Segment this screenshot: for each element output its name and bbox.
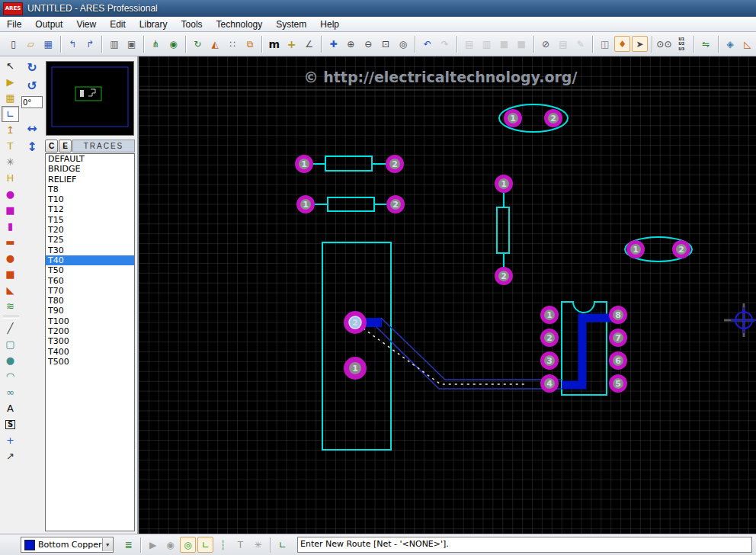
trace-style-bridge[interactable]: BRIDGE [46,164,134,174]
block-delete-button[interactable]: ■ [514,36,530,52]
ratsnest-filter-button[interactable]: ✳ [250,537,266,553]
pad-7[interactable]: 7 [609,329,627,347]
menu-file[interactable]: File [0,18,28,31]
ratsnest-tool-button[interactable]: ✳ [2,154,19,170]
auto-router-button[interactable]: ⇋ [698,36,714,52]
symbol-2d-tool-button[interactable]: S [2,416,19,432]
false-origin-button[interactable]: + [284,36,300,52]
layer-colours-button[interactable]: ⧉ [242,36,258,52]
print-button[interactable]: ▥ [106,36,122,52]
trace-style-t25[interactable]: T25 [46,235,134,245]
new-file-button[interactable]: ▯ [5,36,21,52]
export-layout-button[interactable]: ↱ [82,36,98,52]
pad-1[interactable]: 1 [296,195,315,213]
trace-style-t90[interactable]: T90 [46,306,134,316]
trace-style-t200[interactable]: T200 [46,326,134,336]
component-tool-button[interactable]: ▶ [2,74,19,90]
square-pad-tool-button[interactable]: ■ [2,202,19,218]
trace-style-t30[interactable]: T30 [46,245,134,255]
trace-style-t500[interactable]: T500 [46,357,134,367]
pad-8[interactable]: 8 [609,306,627,324]
route-tool-button[interactable]: ∟ [2,106,19,122]
library-maintenance-button[interactable]: ✎ [572,36,588,52]
menu-output[interactable]: Output [28,18,69,31]
metric-toggle-button[interactable]: m [266,36,282,52]
open-file-button[interactable]: ▱ [23,36,39,52]
mark-output-area-button[interactable]: ▣ [123,36,139,52]
menu-help[interactable]: Help [313,18,346,31]
flip-horizontal-button[interactable]: ↔ [23,120,41,137]
via-tool-button[interactable]: ↥ [2,122,19,138]
x-cursor-button[interactable]: ∠ [301,36,317,52]
pad-1[interactable]: 1 [504,109,522,127]
pad-6[interactable]: 6 [609,351,627,370]
trace-style-t12[interactable]: T12 [46,204,134,214]
auto-refresh-button[interactable]: ↻ [190,36,206,52]
trace-style-list[interactable]: DEFAULTBRIDGERELIEFT8T10T12T15T20T25T30T… [45,153,135,531]
zoom-region-button[interactable]: ⊡ [378,36,394,52]
trace-style-t70[interactable]: T70 [46,286,134,296]
pad-2[interactable]: 2 [672,240,690,258]
pad-2[interactable]: 2 [344,311,367,334]
trace-style-default[interactable]: DEFAULT [46,154,134,164]
menu-system[interactable]: System [269,18,313,31]
rotate-ccw-button[interactable]: ↺ [23,78,41,95]
box-2d-tool-button[interactable]: ▢ [2,336,19,352]
edge-pad-tool-button[interactable]: ▬ [2,234,19,250]
text-2d-tool-button[interactable]: A [2,400,19,416]
undo-button[interactable]: ↶ [419,36,435,52]
world-view-button[interactable]: ◉ [165,36,181,52]
trace-style-t60[interactable]: T60 [46,276,134,286]
grid-toggle-button[interactable]: ∷ [225,36,241,52]
design-rule-check-button[interactable]: ◭ [207,36,223,52]
block-rotate-button[interactable]: ■ [496,36,512,52]
redo-button[interactable]: ↷ [437,36,453,52]
menu-tools[interactable]: Tools [175,18,210,31]
trace-style-relief[interactable]: RELIEF [46,175,134,184]
pan-button[interactable]: ✚ [325,36,341,52]
package-tool-button[interactable]: ▦ [2,90,19,106]
import-layout-button[interactable]: ↰ [65,36,81,52]
circle-2d-tool-button[interactable]: ● [2,352,19,368]
pad-4[interactable]: 4 [540,374,559,393]
pad-1[interactable]: 1 [344,357,367,380]
selection-filter-button[interactable]: ➤ [632,36,648,52]
via-filter-button[interactable]: ┆ [215,537,231,553]
trace-style-t400[interactable]: T400 [46,347,134,357]
zoom-in-button[interactable]: ⊕ [343,36,359,52]
design-overview[interactable] [46,61,134,136]
dimension-tool-button[interactable]: ↗ [2,448,19,464]
save-file-button[interactable]: ▦ [40,36,56,52]
layer-selector[interactable]: Bottom Copper ▼ [21,537,114,553]
pad-2[interactable]: 2 [386,155,404,173]
trace-style-t8[interactable]: T8 [46,184,134,194]
connectivity-tool-button[interactable]: H [2,170,19,186]
pad-5[interactable]: 5 [609,374,627,393]
block-copy-button[interactable]: ▤ [461,36,477,52]
trace-style-t100[interactable]: T100 [46,316,134,326]
pcb-canvas[interactable]: © http://electricaltechnology.org/121212… [139,56,756,534]
auto-trace-style-button[interactable]: ◫ [597,36,613,52]
search-and-tag-button[interactable]: ⊙⊙ [656,36,672,52]
zoom-out-button[interactable]: ⊖ [360,36,376,52]
edit-button[interactable]: E [59,140,72,152]
polygon-pad-tool-button[interactable]: ◣ [2,282,19,298]
pad-2[interactable]: 2 [386,195,405,213]
pad-2[interactable]: 2 [544,109,562,127]
menu-technology[interactable]: Technology [210,18,270,31]
measure-tool-button[interactable]: ◺ [740,36,756,52]
pad-1[interactable]: 1 [540,306,559,324]
trace-style-t80[interactable]: T80 [46,296,134,306]
layer-dropdown-button[interactable]: ▼ [102,538,113,551]
rotate-cw-button[interactable]: ↻ [23,59,41,76]
netlist-view-button[interactable]: ⋔ [148,36,164,52]
trace-style-t10[interactable]: T10 [46,194,134,204]
make-device-button[interactable]: ▤ [556,36,572,52]
pad-2[interactable]: 2 [495,267,513,285]
menu-edit[interactable]: Edit [103,18,133,31]
layer-stack-button[interactable]: ≣ [120,537,136,553]
pad-1[interactable]: 1 [295,155,313,173]
rotation-angle-input[interactable] [21,96,43,108]
selection-tool-button[interactable]: ↖ [2,58,19,74]
pad-1[interactable]: 1 [495,175,513,193]
